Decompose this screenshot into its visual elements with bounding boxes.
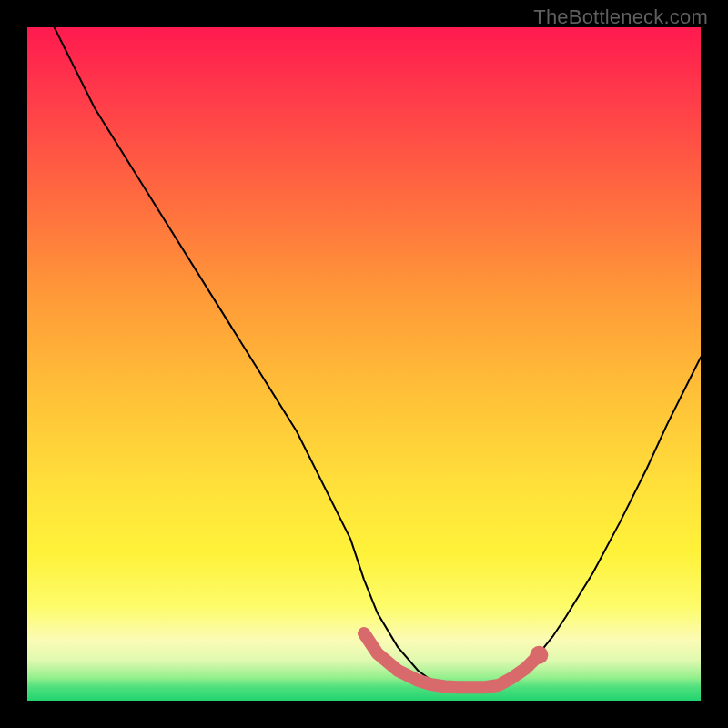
curve-layer xyxy=(27,27,701,701)
chart-stage: TheBottleneck.com xyxy=(0,0,728,728)
left-curve xyxy=(55,27,486,687)
right-curve xyxy=(485,358,701,688)
highlight-marker xyxy=(530,646,548,664)
highlight-trough xyxy=(364,633,539,687)
attribution-text: TheBottleneck.com xyxy=(533,5,708,29)
plot-area xyxy=(27,27,701,701)
